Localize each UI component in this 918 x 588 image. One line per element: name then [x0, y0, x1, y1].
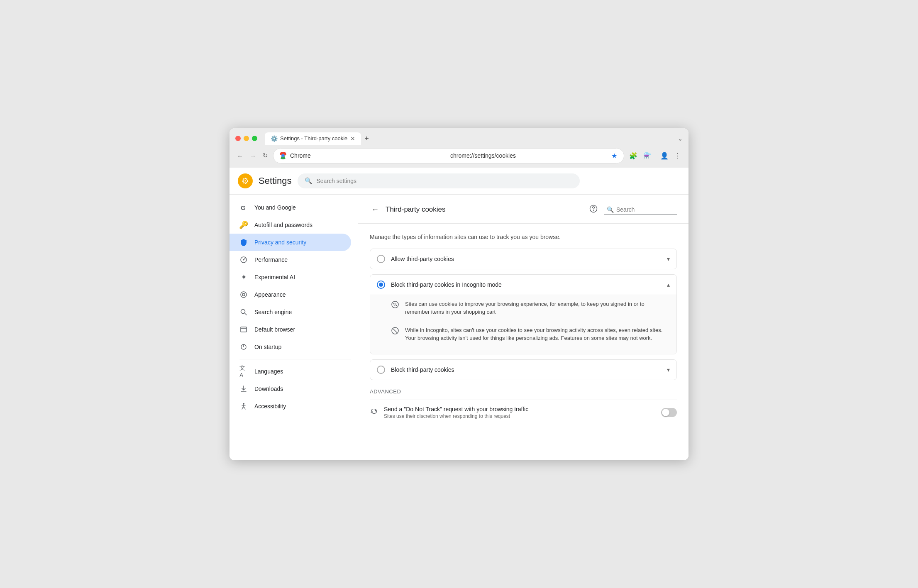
do-not-track-icon — [370, 407, 378, 417]
forward-nav-button[interactable]: → — [248, 151, 258, 161]
sidebar: G You and Google 🔑 Autofill and password… — [230, 195, 358, 460]
radio-block-all-label: Block third-party cookies — [391, 366, 661, 373]
sidebar-item-privacy[interactable]: Privacy and security — [230, 234, 351, 251]
tab-list: ⚙️ Settings - Third-party cookie ✕ + — [265, 132, 674, 145]
do-not-track-toggle[interactable] — [661, 408, 677, 417]
reload-button[interactable]: ↻ — [261, 150, 270, 161]
close-traffic-light[interactable] — [235, 136, 241, 141]
you-and-google-icon: G — [239, 203, 248, 212]
tab-close-button[interactable]: ✕ — [350, 135, 355, 142]
minimize-traffic-light[interactable] — [244, 136, 249, 141]
maximize-traffic-light[interactable] — [252, 136, 257, 141]
sidebar-item-performance[interactable]: Performance — [230, 251, 351, 268]
languages-icon: 文A — [239, 367, 248, 376]
settings-title: Settings — [259, 176, 292, 186]
svg-text:G: G — [241, 204, 246, 211]
sidebar-label-experimental-ai: Experimental AI — [254, 274, 295, 281]
radio-option-block-incognito: Block third-party cookies in Incognito m… — [370, 274, 677, 354]
radio-option-block-all-header[interactable]: Block third-party cookies ▾ — [370, 360, 676, 380]
sidebar-item-downloads[interactable]: Downloads — [230, 380, 351, 398]
default-browser-icon — [239, 325, 248, 334]
svg-point-21 — [395, 304, 396, 305]
new-tab-button[interactable]: + — [361, 133, 372, 145]
sidebar-item-search-engine[interactable]: Search engine — [230, 303, 351, 321]
content-search-icon: 🔍 — [607, 206, 614, 213]
radio-block-all-circle[interactable] — [377, 366, 385, 374]
url-bar[interactable]: Chrome chrome://settings/cookies ★ — [273, 148, 624, 163]
svg-point-13 — [243, 403, 244, 405]
main-content: ← Third-party cookies 🔍 Manage the types… — [358, 195, 688, 460]
sidebar-label-you-and-google: You and Google — [254, 204, 296, 211]
settings-container: G You and Google 🔑 Autofill and password… — [230, 195, 688, 460]
window-controls: ⌄ — [678, 135, 683, 142]
experimental-ai-icon: ✦ — [239, 273, 248, 281]
content-page-title: Third-party cookies — [386, 205, 583, 214]
profile-button[interactable]: 👤 — [659, 150, 670, 161]
chrome-logo-icon — [279, 152, 287, 159]
svg-point-19 — [394, 305, 395, 306]
content-search-bar[interactable]: 🔍 — [604, 205, 677, 215]
radio-option-allow: Allow third-party cookies ▾ — [370, 249, 677, 269]
svg-point-15 — [593, 210, 594, 211]
back-nav-button[interactable]: ← — [235, 151, 245, 161]
sidebar-item-languages[interactable]: 文A Languages — [230, 363, 351, 380]
sidebar-divider — [239, 359, 351, 359]
autofill-icon: 🔑 — [239, 221, 248, 229]
menu-button[interactable]: ⋮ — [673, 150, 683, 161]
sidebar-item-experimental-ai[interactable]: ✦ Experimental AI — [230, 268, 351, 286]
do-not-track-title: Send a "Do Not Track" request with your … — [384, 406, 655, 412]
advanced-item-do-not-track: Send a "Do Not Track" request with your … — [370, 400, 677, 425]
extensions-button[interactable]: 🧩 — [627, 150, 639, 161]
settings-search-icon: 🔍 — [305, 177, 313, 185]
bookmark-button[interactable]: ★ — [610, 151, 618, 161]
sidebar-label-languages: Languages — [254, 368, 283, 375]
active-tab[interactable]: ⚙️ Settings - Third-party cookie ✕ — [265, 132, 361, 145]
radio-option-allow-header[interactable]: Allow third-party cookies ▾ — [370, 249, 676, 269]
search-engine-icon — [239, 308, 248, 316]
sidebar-item-you-and-google[interactable]: G You and Google — [230, 199, 351, 216]
svg-point-4 — [241, 292, 247, 298]
section-description: Manage the types of information sites ca… — [370, 234, 677, 240]
title-bar: ⚙️ Settings - Third-party cookie ✕ + ⌄ — [230, 128, 688, 145]
url-display-host: Chrome — [290, 152, 447, 159]
sidebar-item-appearance[interactable]: Appearance — [230, 286, 351, 303]
performance-icon — [239, 256, 248, 264]
expanded-item-incognito: While in Incognito, sites can't use your… — [391, 321, 670, 347]
privacy-icon — [239, 238, 248, 246]
expanded-cookies-text: Sites can use cookies to improve your br… — [405, 300, 670, 316]
on-startup-icon — [239, 343, 248, 351]
radio-block-all-chevron: ▾ — [667, 366, 670, 373]
expanded-incognito-text: While in Incognito, sites can't use your… — [405, 326, 670, 342]
sidebar-item-default-browser[interactable]: Default browser — [230, 321, 351, 338]
sidebar-item-accessibility[interactable]: Accessibility — [230, 398, 351, 415]
sidebar-label-privacy: Privacy and security — [254, 239, 306, 246]
tab-favicon: ⚙️ — [271, 135, 277, 142]
content-back-button[interactable]: ← — [370, 204, 381, 216]
content-header: ← Third-party cookies 🔍 — [358, 195, 688, 224]
settings-header: ⚙ Settings 🔍 — [230, 168, 688, 195]
do-not-track-text: Send a "Do Not Track" request with your … — [384, 406, 655, 419]
sidebar-label-performance: Performance — [254, 256, 288, 263]
radio-allow-label: Allow third-party cookies — [391, 256, 661, 262]
svg-point-18 — [396, 303, 396, 304]
help-button[interactable] — [588, 203, 599, 217]
radio-allow-circle[interactable] — [377, 255, 385, 263]
radio-block-incognito-label: Block third-party cookies in Incognito m… — [391, 281, 661, 288]
tab-title: Settings - Third-party cookie — [280, 135, 347, 142]
svg-line-7 — [245, 313, 247, 315]
content-search-input[interactable] — [616, 206, 674, 213]
labs-button[interactable]: ⚗️ — [642, 150, 653, 161]
svg-point-11 — [243, 344, 244, 345]
sidebar-item-on-startup[interactable]: On startup — [230, 338, 351, 356]
radio-option-block-incognito-header[interactable]: Block third-party cookies in Incognito m… — [370, 275, 676, 295]
sidebar-label-search-engine: Search engine — [254, 309, 292, 315]
svg-point-17 — [393, 303, 395, 304]
radio-block-incognito-circle[interactable] — [377, 281, 385, 289]
settings-search-input[interactable] — [317, 178, 573, 184]
sidebar-item-autofill[interactable]: 🔑 Autofill and passwords — [230, 216, 351, 234]
downloads-icon — [239, 385, 248, 393]
window-dropdown-button[interactable]: ⌄ — [678, 135, 683, 142]
svg-line-23 — [393, 329, 397, 333]
advanced-section-label: Advanced — [370, 388, 677, 395]
settings-search-bar[interactable]: 🔍 — [298, 173, 580, 188]
